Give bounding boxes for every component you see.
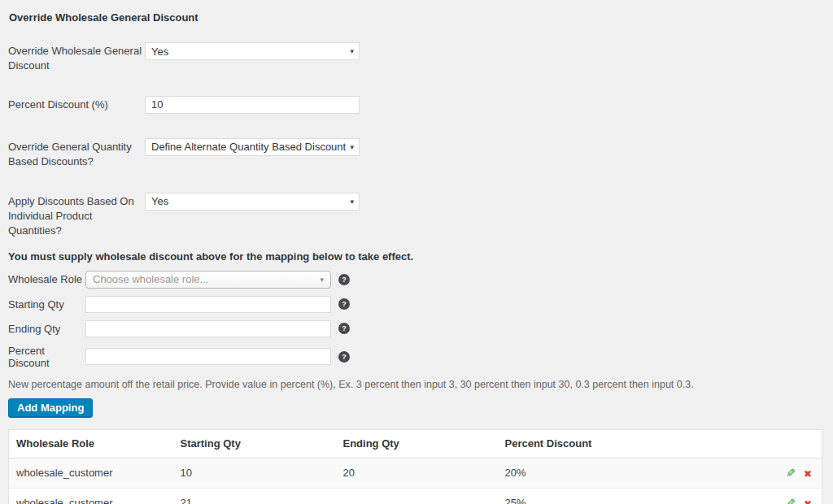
cell-actions: ✎ ✖ [766,458,822,488]
header-wholesale-role: Wholesale Role [9,429,173,458]
override-general-discount-label: Override Wholesale General Discount [8,42,145,73]
chevron-down-icon: ▾ [350,47,354,55]
percent-discount-help-text: New percentage amount off the retail pri… [8,379,822,390]
override-general-discount-select[interactable]: Yes ▾ [145,42,360,60]
header-ending-qty: Ending Qty [336,429,498,458]
mapping-percent-discount-label: Percent Discount [8,345,85,369]
header-percent-discount: Percent Discount [498,429,766,458]
chevron-down-icon: ▾ [350,198,354,206]
apply-individual-quantities-select[interactable]: Yes ▾ [145,193,360,211]
apply-individual-quantities-row: Apply Discounts Based On Individual Prod… [8,193,822,238]
ending-qty-row: Ending Qty ? [8,320,822,337]
cell-ending-qty [336,488,498,504]
percent-discount-label: Percent Discount (%) [8,98,145,112]
table-header-row: Wholesale Role Starting Qty Ending Qty P… [9,429,822,458]
apply-individual-quantities-value: Yes [151,195,347,207]
add-mapping-button[interactable]: Add Mapping [8,398,93,418]
starting-qty-label: Starting Qty [8,298,85,311]
chevron-down-icon: ▾ [350,143,354,151]
wholesale-role-label: Wholesale Role [8,273,85,285]
cell-ending-qty: 20 [336,458,498,488]
cell-starting-qty: 21 [173,488,336,504]
percent-discount-input[interactable] [145,96,360,114]
help-icon[interactable]: ? [338,351,350,363]
mapping-notice: You must supply wholesale discount above… [8,250,822,263]
override-quantity-discounts-select[interactable]: Define Alternate Quantity Based Discount… [145,138,360,156]
ending-qty-input[interactable] [85,320,331,337]
help-icon[interactable]: ? [338,323,350,334]
override-quantity-discounts-label: Override General Quantity Based Discount… [8,138,145,169]
starting-qty-row: Starting Qty ? [8,296,822,313]
cell-percent-discount: 25% [498,488,766,504]
override-quantity-discounts-value: Define Alternate Quantity Based Discount… [151,141,347,153]
chevron-down-icon: ▾ [320,276,324,284]
delete-icon[interactable]: ✖ [804,498,812,504]
wholesale-role-row: Wholesale Role Choose wholesale role... … [8,271,822,289]
ending-qty-label: Ending Qty [8,323,85,335]
mapping-percent-discount-input[interactable] [85,348,331,365]
table-row: wholesale_customer 21 25% ✎ ✖ [9,488,822,504]
percent-discount-row: Percent Discount (%) [8,96,822,114]
help-icon[interactable]: ? [338,274,350,285]
cell-starting-qty: 10 [173,458,336,488]
help-icon[interactable]: ? [338,298,350,310]
cell-wholesale-role: wholesale_customer [9,488,173,504]
mapping-percent-discount-row: Percent Discount ? [8,345,822,369]
starting-qty-input[interactable] [85,296,331,313]
cell-actions: ✎ ✖ [766,488,822,504]
delete-icon[interactable]: ✖ [804,468,812,480]
wholesale-role-placeholder: Choose wholesale role... [93,273,320,285]
wholesale-role-select[interactable]: Choose wholesale role... ▾ [85,271,331,289]
mappings-table: Wholesale Role Starting Qty Ending Qty P… [8,429,822,504]
override-wholesale-discount-panel: Override Wholesale General Discount Over… [0,0,833,504]
header-actions [766,429,822,458]
override-quantity-discounts-row: Override General Quantity Based Discount… [8,138,822,169]
cell-percent-discount: 20% [498,458,766,488]
override-general-discount-value: Yes [151,46,347,58]
edit-icon[interactable]: ✎ [786,497,796,504]
page-title: Override Wholesale General Discount [9,11,822,24]
edit-icon[interactable]: ✎ [786,467,796,480]
header-starting-qty: Starting Qty [173,429,336,458]
apply-individual-quantities-label: Apply Discounts Based On Individual Prod… [8,193,145,238]
override-general-discount-row: Override Wholesale General Discount Yes … [8,42,822,73]
table-row: wholesale_customer 10 20 20% ✎ ✖ [9,458,822,488]
cell-wholesale-role: wholesale_customer [9,458,173,488]
